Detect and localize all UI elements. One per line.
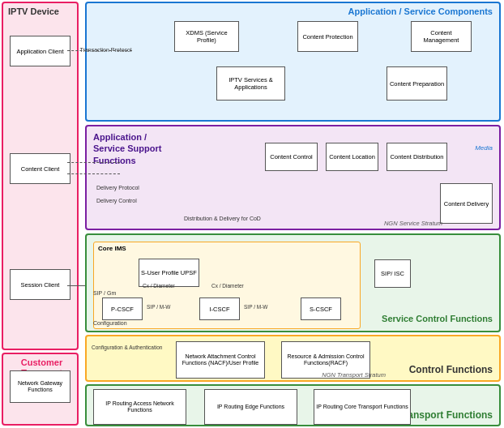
sip-mw-label-2: SIP / M-W	[244, 304, 268, 310]
content-preparation-block: Content Preparation	[387, 66, 447, 101]
content-protection-block: Content Protection	[297, 21, 358, 52]
service-control-section: Service Control Functions Core IMS S-Use…	[85, 233, 501, 332]
application-client-block: Application Client	[10, 36, 70, 66]
sip-gm-label: SIP / Gm	[93, 290, 116, 297]
iptv-services-block: IPTV Services & Applications	[216, 66, 285, 101]
customer-transport-section: Customer Transport Network Gateway Funct…	[2, 353, 79, 426]
configuration-label: Configuration	[93, 320, 127, 327]
transport-functions-title: Transport Functions	[399, 409, 493, 421]
sip-gm-line	[67, 285, 85, 286]
ass-title: Application / Service Support Functions	[93, 131, 178, 166]
distribution-delivery-label: Distribution & Delivery for CoD	[184, 216, 261, 222]
content-client-block: Content Client	[10, 153, 70, 184]
access-network-block: IP Routing Access Network Functions	[93, 389, 186, 425]
app-service-support-section: Application / Service Support Functions …	[85, 125, 501, 230]
content-delivery-block: Content Delivery	[440, 183, 493, 224]
transport-functions-section: Transport Functions IP Routing Access Ne…	[85, 384, 501, 426]
content-management-block: Content Management	[411, 21, 472, 52]
core-ims-block: Core IMS S-User Profile UPSF P-CSCF I-CS…	[93, 242, 361, 329]
core-transport-block: IP Routing Core Transport Functions	[314, 389, 411, 425]
delivery-protocol-line	[67, 162, 120, 163]
architecture-diagram: IPTV Device Application Client Content C…	[0, 0, 504, 428]
control-functions-section: Control Functions Network Attachment Con…	[85, 335, 501, 382]
network-gateway-block: Network Gateway Functions	[10, 370, 70, 403]
i-cscf-block: I-CSCF	[199, 297, 240, 320]
delivery-protocol-label: Delivery Protocol	[96, 185, 139, 191]
content-control-block: Content Control	[265, 143, 318, 171]
cx-diameter-label-1: Cx / Diameter	[143, 283, 175, 289]
content-distribution-block: Content Distribution	[387, 143, 447, 171]
xdms-block: XDMS (Service Profile)	[174, 21, 239, 52]
nacf-block: Network Attachment Control Functions (NA…	[176, 341, 265, 379]
delivery-control-line	[67, 173, 120, 174]
edge-functions-block: IP Routing Edge Functions	[204, 389, 297, 425]
cx-diameter-label-2: Cx / Diameter	[211, 283, 244, 289]
iptv-device-title: IPTV Device	[8, 6, 59, 17]
s-cscf-block: S-CSCF	[301, 297, 341, 320]
delivery-control-label: Delivery Control	[96, 198, 137, 204]
service-control-title: Service Control Functions	[382, 314, 493, 324]
media-label: Media	[475, 144, 493, 152]
app-service-components-section: Application / Service Components XDMS (S…	[85, 2, 501, 122]
session-client-block: Session Client	[10, 269, 70, 300]
iptv-device-section: IPTV Device Application Client Content C…	[2, 2, 79, 350]
ngn-transport-stratum-label: NGN Transport Stratum	[322, 371, 386, 379]
sip-isc-block: SIP/ ISC	[374, 259, 411, 288]
content-location-block: Content Location	[326, 143, 378, 171]
p-cscf-block: P-CSCF	[102, 297, 143, 320]
transaction-protocol-line	[67, 50, 132, 51]
config-auth-label: Configuration & Authentication	[92, 345, 162, 351]
sip-mw-label-1: SIP / M-W	[147, 304, 171, 310]
asc-title: Application / Service Components	[348, 6, 493, 17]
ngn-service-stratum-label: NGN Service Stratum	[384, 220, 442, 227]
control-functions-title: Control Functions	[409, 364, 493, 375]
